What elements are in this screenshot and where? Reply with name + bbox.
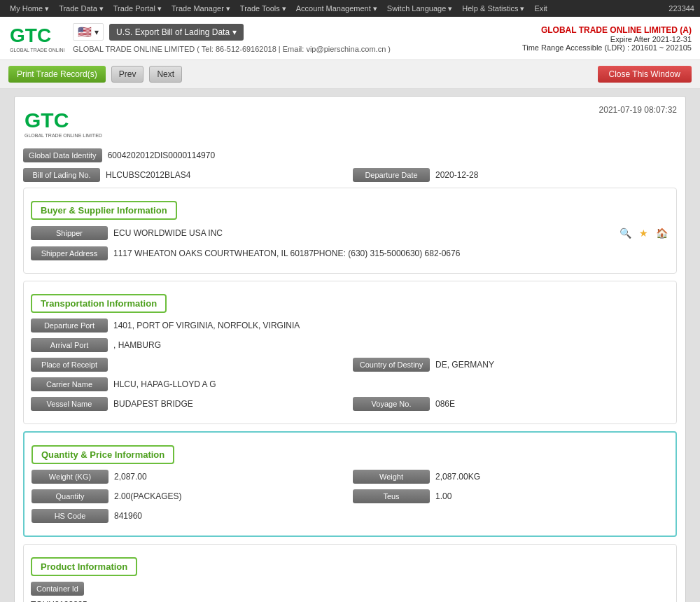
- svg-text:GTC: GTC: [24, 108, 69, 132]
- flag-icon: 🇺🇸: [78, 25, 92, 38]
- shipper-value: ECU WORLDWIDE USA INC: [113, 228, 612, 238]
- hs-code-row: HS Code 841960: [31, 509, 668, 523]
- nav-tradetools[interactable]: Trade Tools ▾: [236, 3, 290, 15]
- transportation-section: Transportation Information Departure Por…: [23, 281, 677, 424]
- global-data-row: Global Data Identity 6004202012DIS000011…: [23, 148, 677, 162]
- time-range: Time Range Accessible (LDR) : 201601 ~ 2…: [522, 43, 692, 52]
- quantity-price-header: Quantity & Price Information: [31, 445, 174, 464]
- teus-right: Teus 1.00: [353, 489, 668, 503]
- bill-departure-row: Bill of Lading No. HLCUBSC2012BLAS4 Depa…: [23, 168, 677, 182]
- weight-right: Weight 2,087.00KG: [353, 470, 668, 484]
- arrival-port-label: Arrival Port: [31, 338, 108, 352]
- home-icon[interactable]: 🏠: [654, 225, 669, 241]
- vessel-name-label: Vessel Name: [31, 397, 108, 411]
- bill-value: HLCUBSC2012BLAS4: [106, 170, 347, 180]
- weight-kg-left: Weight (KG) 2,087.00: [31, 470, 347, 484]
- departure-port-row: Departure Port 1401, PORT OF VIRGINIA, N…: [31, 318, 669, 332]
- nav-accountmanagement[interactable]: Account Management ▾: [292, 3, 382, 15]
- global-data-value: 6004202012DIS0000114970: [108, 150, 677, 160]
- svg-text:GTC: GTC: [10, 24, 51, 46]
- record-datetime: 2021-07-19 08:07:32: [599, 105, 677, 115]
- bill-label: Bill of Lading No.: [23, 168, 100, 182]
- carrier-name-row: Carrier Name HLCU, HAPAG-LLOYD A G: [31, 377, 669, 391]
- nav-trademanager[interactable]: Trade Manager ▾: [167, 3, 234, 15]
- quantity-value: 2.00(PACKAGES): [114, 491, 347, 501]
- close-button[interactable]: Close This Window: [598, 66, 692, 83]
- card-header: GTC GLOBAL TRADE ONLINE LIMITED 2021-07-…: [23, 105, 677, 140]
- nav-items: My Home ▾ Trade Data ▾ Trade Portal ▾ Tr…: [6, 3, 552, 15]
- place-receipt-label: Place of Receipt: [31, 358, 108, 372]
- quantity-label: Quantity: [31, 489, 108, 503]
- flag-dropdown-arrow: ▾: [94, 27, 99, 37]
- prev-button[interactable]: Prev: [111, 66, 144, 83]
- arrival-port-row: Arrival Port , HAMBURG: [31, 338, 669, 352]
- voyage-right: Voyage No. 086E: [353, 397, 669, 411]
- page-header: GTC GLOBAL TRADE ONLINE LIMITED 🇺🇸 ▾ U.S…: [0, 17, 700, 60]
- shipper-address-row: Shipper Address 1117 WHEATON OAKS COURTW…: [31, 246, 669, 260]
- teus-value: 1.00: [435, 491, 668, 501]
- weight-kg-label: Weight (KG): [31, 470, 108, 484]
- nav-helpstatistics[interactable]: Help & Statistics ▾: [458, 3, 528, 15]
- nav-exit[interactable]: Exit: [530, 3, 551, 15]
- quantity-price-section: Quantity & Price Information Weight (KG)…: [23, 431, 677, 537]
- product-information-section: Product Information Container Id TGHU012…: [23, 544, 677, 602]
- hs-code-value: 841960: [114, 511, 668, 521]
- weight-label: Weight: [353, 470, 430, 484]
- carrier-name-label: Carrier Name: [31, 377, 108, 391]
- quantity-teus-row: Quantity 2.00(PACKAGES) Teus 1.00: [31, 489, 668, 503]
- global-data-label: Global Data Identity: [23, 148, 102, 162]
- expire-date: Expire After 2021-12-31: [522, 35, 692, 43]
- transportation-header: Transportation Information: [31, 294, 167, 313]
- search-icon[interactable]: 🔍: [617, 225, 633, 241]
- main-content: GTC GLOBAL TRADE ONLINE LIMITED 2021-07-…: [0, 89, 700, 602]
- svg-text:GLOBAL TRADE ONLINE LIMITED: GLOBAL TRADE ONLINE LIMITED: [24, 133, 102, 138]
- vessel-voyage-row: Vessel Name BUDAPEST BRIDGE Voyage No. 0…: [31, 397, 669, 411]
- teus-label: Teus: [353, 489, 430, 503]
- top-toolbar: Print Trade Record(s) Prev Next Close Th…: [0, 60, 700, 89]
- hs-code-label: HS Code: [31, 509, 108, 523]
- next-button[interactable]: Next: [149, 66, 182, 83]
- voyage-no-label: Voyage No.: [353, 397, 430, 411]
- carrier-name-value: HLCU, HAPAG-LLOYD A G: [113, 379, 669, 389]
- shipper-address-label: Shipper Address: [31, 246, 108, 260]
- vessel-left: Vessel Name BUDAPEST BRIDGE: [31, 397, 347, 411]
- departure-port-value: 1401, PORT OF VIRGINIA, NORFOLK, VIRGINI…: [113, 321, 669, 330]
- header-left: GTC GLOBAL TRADE ONLINE LIMITED 🇺🇸 ▾ U.S…: [8, 22, 391, 54]
- departure-date-label: Departure Date: [353, 168, 430, 182]
- shipper-label: Shipper: [31, 226, 108, 240]
- arrival-port-value: , HAMBURG: [113, 340, 669, 350]
- svg-text:GLOBAL TRADE ONLINE LIMITED: GLOBAL TRADE ONLINE LIMITED: [10, 48, 64, 52]
- print-button[interactable]: Print Trade Record(s): [8, 66, 106, 83]
- departure-right: Departure Date 2020-12-28: [353, 168, 677, 182]
- header-subtitle: GLOBAL TRADE ONLINE LIMITED ( Tel: 86-51…: [73, 45, 391, 53]
- weight-value: 2,087.00KG: [435, 472, 668, 482]
- weight-kg-value: 2,087.00: [114, 472, 347, 482]
- nav-switchlanguage[interactable]: Switch Language ▾: [383, 3, 456, 15]
- buyer-supplier-header: Buyer & Supplier Information: [31, 201, 177, 220]
- container-id-block: Container Id TGHU0123825: [31, 582, 669, 602]
- shipper-address-value: 1117 WHEATON OAKS COURTWHEATON, IL 60187…: [113, 248, 669, 258]
- selector-arrow: ▾: [232, 27, 237, 37]
- nav-tradeportal[interactable]: Trade Portal ▾: [109, 3, 166, 15]
- data-type-selector[interactable]: U.S. Export Bill of Lading Data ▾: [109, 24, 244, 41]
- company-logo: GTC GLOBAL TRADE ONLINE LIMITED: [8, 22, 64, 54]
- star-icon[interactable]: ★: [636, 225, 651, 241]
- bill-left: Bill of Lading No. HLCUBSC2012BLAS4: [23, 168, 347, 182]
- buyer-supplier-section: Buyer & Supplier Information Shipper ECU…: [23, 188, 677, 274]
- product-information-header: Product Information: [31, 557, 137, 576]
- country-destiny-label: Country of Destiny: [353, 358, 430, 372]
- top-navigation: My Home ▾ Trade Data ▾ Trade Portal ▾ Tr…: [0, 0, 700, 17]
- nav-myhome[interactable]: My Home ▾: [6, 3, 53, 15]
- nav-tradedata[interactable]: Trade Data ▾: [55, 3, 108, 15]
- voyage-no-value: 086E: [435, 399, 669, 409]
- country-destiny-value: DE, GERMANY: [435, 360, 669, 370]
- quantity-left: Quantity 2.00(PACKAGES): [31, 489, 347, 503]
- shipper-row: Shipper ECU WORLDWIDE USA INC 🔍 ★ 🏠: [31, 225, 669, 241]
- container-id-label: Container Id: [31, 582, 84, 596]
- flag-selector[interactable]: 🇺🇸 ▾: [73, 23, 104, 41]
- place-receipt-left: Place of Receipt: [31, 358, 347, 372]
- company-name: GLOBAL TRADE ONLINE LIMITED (A): [522, 25, 692, 35]
- container-id-value: TGHU0123825: [31, 598, 669, 602]
- weight-row: Weight (KG) 2,087.00 Weight 2,087.00KG: [31, 470, 668, 484]
- selector-label: U.S. Export Bill of Lading Data: [116, 27, 230, 37]
